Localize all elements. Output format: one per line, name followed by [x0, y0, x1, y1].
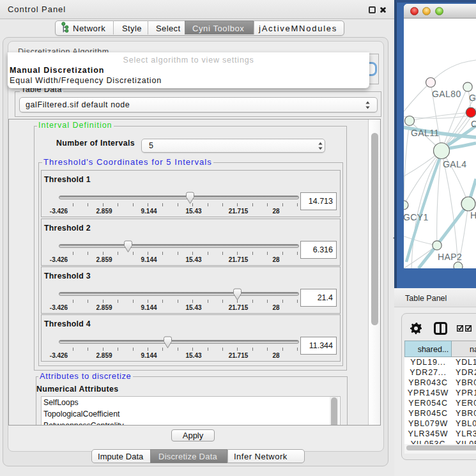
svg-text:H: H: [470, 210, 476, 220]
svg-text:GA: GA: [469, 93, 476, 103]
svg-text:GAL11: GAL11: [411, 128, 440, 138]
svg-text:GCY1: GCY1: [404, 212, 429, 222]
svg-text:GAL80: GAL80: [432, 89, 461, 99]
svg-text:C: C: [471, 119, 476, 129]
svg-text:GAL4: GAL4: [443, 159, 466, 169]
svg-text:HAP2: HAP2: [438, 252, 462, 262]
